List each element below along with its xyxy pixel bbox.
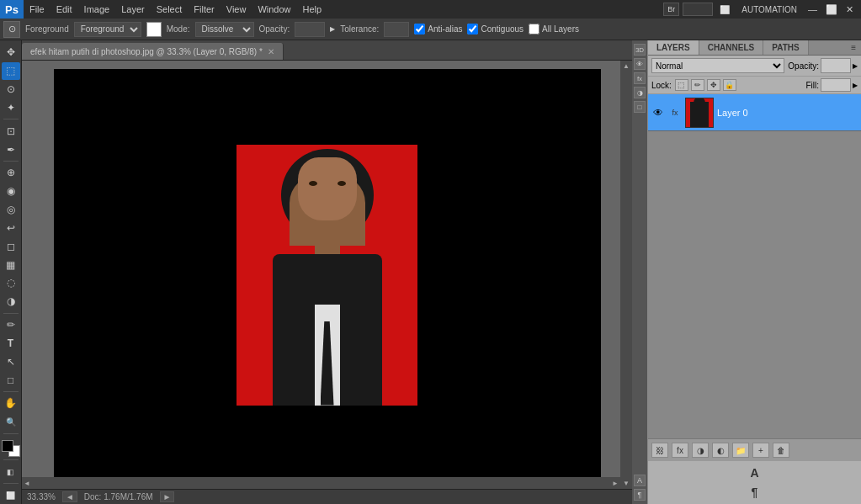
- crop-tool[interactable]: ⊡: [2, 122, 20, 140]
- tool-options-icon[interactable]: ⊙: [3, 21, 20, 38]
- zoom-tool[interactable]: 🔍: [2, 413, 20, 431]
- magic-wand-tool[interactable]: ✦: [2, 99, 20, 117]
- menu-layer[interactable]: Layer: [115, 0, 151, 19]
- opacity-stepper[interactable]: ▶: [853, 62, 858, 70]
- move-tool[interactable]: ✥: [2, 44, 20, 61]
- status-nav-right[interactable]: ►: [160, 491, 175, 502]
- selection-tool[interactable]: ⬚: [2, 62, 20, 80]
- layer-effects-btn[interactable]: fx: [668, 106, 682, 119]
- hand-tool[interactable]: ✋: [2, 395, 20, 412]
- layer-opacity-input[interactable]: 100%: [821, 58, 851, 73]
- layer-blend-mode-select[interactable]: Normal: [651, 58, 784, 73]
- new-layer-btn[interactable]: +: [752, 443, 769, 458]
- all-layers-check[interactable]: [529, 24, 539, 34]
- menu-select[interactable]: Select: [151, 0, 189, 19]
- fill-group: Fill: 100% ▶: [805, 78, 858, 92]
- canvas-wrapper[interactable]: ▲ ▼ ◄ ►: [22, 61, 632, 489]
- menu-view[interactable]: View: [221, 0, 252, 19]
- lock-all-btn[interactable]: 🔒: [723, 79, 736, 91]
- eye-icon[interactable]: 👁: [634, 58, 646, 70]
- clone-tool[interactable]: ◎: [2, 201, 20, 219]
- paragraph-panel-btn[interactable]: ¶: [747, 484, 763, 501]
- group-layer-btn[interactable]: 📁: [732, 443, 749, 458]
- contiguous-check[interactable]: [467, 24, 478, 34]
- opacity-arrow[interactable]: ▶: [330, 25, 335, 33]
- text-align-icon[interactable]: A: [634, 475, 646, 486]
- pen-tool[interactable]: ✏: [2, 316, 20, 334]
- menu-filter[interactable]: Filter: [188, 0, 220, 19]
- eyedropper-tool[interactable]: ✒: [2, 141, 20, 158]
- layer-name[interactable]: Layer 0: [717, 108, 858, 118]
- shape-options-icon[interactable]: □: [634, 101, 646, 113]
- anti-alias-label: Anti-alias: [428, 24, 462, 34]
- menu-edit[interactable]: Edit: [50, 0, 78, 19]
- paragraph-icon[interactable]: ¶: [634, 489, 646, 501]
- link-layers-btn[interactable]: ⛓: [651, 443, 668, 458]
- lock-transparent-btn[interactable]: ⬚: [675, 79, 688, 91]
- vertical-scrollbar[interactable]: ▲ ▼: [620, 61, 632, 489]
- document-tab[interactable]: efek hitam putih di photoshop.jpg @ 33.3…: [22, 43, 284, 60]
- channels-tab[interactable]: CHANNELS: [699, 40, 764, 55]
- foreground-dropdown[interactable]: Foreground: [74, 22, 141, 37]
- menu-image[interactable]: Image: [78, 0, 116, 19]
- restore-btn[interactable]: ⬜: [823, 4, 840, 15]
- bridge-icon[interactable]: Br: [663, 3, 679, 16]
- dodge-tool[interactable]: ◑: [2, 293, 20, 310]
- blend-mode-dropdown[interactable]: Dissolve: [195, 22, 254, 37]
- face: [298, 157, 357, 220]
- lock-move-btn[interactable]: ✥: [707, 79, 720, 91]
- lock-paint-btn[interactable]: ✏: [691, 79, 704, 91]
- all-layers-label: All Layers: [542, 24, 579, 34]
- minimize-btn[interactable]: —: [805, 4, 820, 14]
- effects-icon[interactable]: fx: [634, 72, 646, 84]
- tolerance-label: Tolerance:: [340, 24, 379, 34]
- lasso-tool[interactable]: ⊙: [2, 81, 20, 98]
- doc-info: Doc: 1.76M/1.76M: [84, 492, 153, 501]
- heal-tool[interactable]: ⊕: [2, 164, 20, 182]
- horizontal-scrollbar[interactable]: ◄ ►: [22, 477, 620, 489]
- fill-input[interactable]: 100%: [821, 78, 851, 92]
- path-tool[interactable]: ↖: [2, 353, 20, 370]
- lock-icons: ⬚ ✏ ✥ 🔒: [675, 79, 736, 91]
- eraser-tool[interactable]: ◻: [2, 237, 20, 255]
- status-nav-left[interactable]: ◄: [62, 491, 77, 502]
- zoom-box: 33.3: [683, 3, 713, 16]
- anti-alias-check[interactable]: [414, 24, 425, 34]
- blur-tool[interactable]: ◌: [2, 274, 20, 292]
- mask-icon[interactable]: ◑: [634, 87, 646, 98]
- panel-menu-btn[interactable]: ≡: [846, 40, 861, 55]
- screen-mode-tool[interactable]: ⬜: [2, 486, 20, 504]
- delete-layer-btn[interactable]: 🗑: [773, 443, 789, 458]
- text-tools-panel: A ¶: [648, 461, 861, 504]
- contiguous-label: Contiguous: [481, 24, 524, 34]
- fill-stepper[interactable]: ▶: [853, 82, 858, 89]
- menu-window[interactable]: Window: [252, 0, 296, 19]
- tolerance-input[interactable]: 32: [384, 22, 409, 37]
- menu-file[interactable]: File: [24, 0, 50, 19]
- 3d-tool-icon[interactable]: 3D: [634, 44, 646, 56]
- color-swatch[interactable]: [146, 22, 162, 37]
- adjustment-layer-btn[interactable]: ◐: [712, 443, 729, 458]
- layer-style-btn[interactable]: fx: [672, 443, 688, 458]
- opacity-input[interactable]: 100%: [295, 22, 325, 37]
- brush-tool[interactable]: ◉: [2, 183, 20, 200]
- menu-help[interactable]: Help: [297, 0, 328, 19]
- history-tool[interactable]: ↩: [2, 220, 20, 237]
- foreground-color[interactable]: [2, 440, 13, 452]
- color-boxes[interactable]: [2, 440, 20, 458]
- layers-tab[interactable]: LAYERS: [648, 40, 699, 55]
- layer-mask-btn[interactable]: ◑: [692, 443, 709, 458]
- paths-tab[interactable]: PATHS: [763, 40, 808, 55]
- screen-mode[interactable]: ⬜: [716, 5, 733, 14]
- quick-mask-tool[interactable]: ◧: [2, 463, 20, 480]
- layer-item-0[interactable]: 👁 fx Layer 0: [648, 94, 861, 131]
- automation-btn[interactable]: AUTOMATION: [736, 5, 802, 14]
- tab-close-btn[interactable]: ✕: [268, 47, 274, 56]
- gradient-tool[interactable]: ▦: [2, 256, 20, 273]
- layer-visibility-eye[interactable]: 👁: [651, 106, 665, 119]
- shape-tool[interactable]: □: [2, 371, 20, 389]
- text-panel-btn[interactable]: A: [747, 464, 763, 481]
- close-btn[interactable]: ✕: [843, 4, 856, 15]
- text-tool[interactable]: T: [2, 335, 20, 353]
- zoom-input[interactable]: 33.3: [683, 3, 713, 16]
